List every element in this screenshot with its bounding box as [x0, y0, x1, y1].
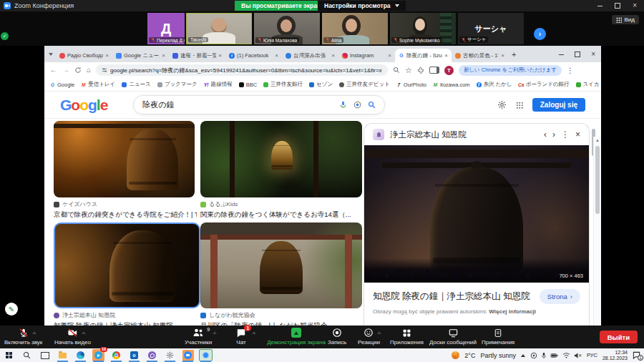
bookmark-item[interactable]: スイカ [576, 81, 600, 88]
clock[interactable]: 12:34 28.12.2023 [602, 350, 628, 361]
participant-tile[interactable]: Д Переклад Д.О. [147, 13, 185, 44]
forward-icon[interactable]: → [62, 67, 69, 74]
panel-menu-icon[interactable]: ⋮ [561, 130, 570, 139]
view-layout-button[interactable]: Вид [612, 15, 639, 24]
tray-app-icon[interactable] [530, 352, 537, 359]
chevron-up-icon[interactable] [252, 331, 256, 334]
bookmark-item[interactable]: ブックマーク [157, 81, 197, 88]
signin-button[interactable]: Zaloguj się [532, 98, 585, 112]
browser-tab[interactable]: Google ニュース× [112, 49, 169, 62]
telegram-button[interactable]: 10 [89, 348, 107, 362]
edge-button[interactable] [72, 348, 89, 362]
result-image[interactable] [200, 222, 362, 308]
extensions-icon[interactable] [417, 67, 424, 74]
tab-close-icon[interactable]: × [501, 52, 504, 59]
weather-desc[interactable]: Partly sunny [480, 352, 516, 359]
panel-close-icon[interactable]: × [575, 130, 580, 139]
voice-search-icon[interactable] [339, 101, 347, 109]
file-explorer-button[interactable] [54, 348, 72, 362]
side-panel-icon[interactable] [429, 67, 439, 74]
tab-close-icon[interactable]: × [105, 52, 109, 59]
bookmark-item[interactable]: BBC [239, 82, 257, 88]
bookmark-item[interactable]: f糸沢 たかし [477, 81, 512, 88]
bookmark-item[interactable]: ニュース [122, 81, 151, 88]
next-participants-button[interactable]: › [534, 28, 546, 40]
google-logo[interactable]: Google [60, 97, 107, 114]
maximize-button[interactable] [615, 3, 620, 9]
tab-close-icon[interactable]: × [444, 52, 448, 59]
leave-meeting-button[interactable]: Выйти [600, 331, 638, 343]
scrollbar-thumb[interactable] [595, 146, 600, 214]
settings-button[interactable] [161, 348, 179, 362]
browser-maximize-button[interactable] [575, 52, 580, 57]
address-bar[interactable]: google.pl/search?q=除夜の鐘&sca_esv=59419924… [96, 64, 388, 76]
browser-scrollbar[interactable]: ▲ [593, 137, 601, 326]
zoom-app-button[interactable] [179, 348, 197, 362]
next-image-icon[interactable]: › [552, 130, 555, 139]
result-image[interactable] [54, 121, 195, 197]
participant-tile[interactable]: Takashi [186, 13, 252, 44]
bookmark-star-icon[interactable]: ☆ [405, 67, 412, 74]
back-icon[interactable]: ← [50, 67, 57, 74]
chevron-up-icon[interactable] [82, 331, 86, 334]
chrome-button[interactable] [107, 348, 125, 362]
chat-button[interactable]: 1 Чат [236, 328, 246, 346]
mute-button[interactable]: Включить звук [4, 328, 42, 346]
bookmark-item[interactable]: 三井住友デビット [339, 81, 390, 88]
zoom-page-icon[interactable] [393, 67, 400, 74]
chevron-up-icon[interactable] [377, 331, 381, 334]
bookmark-item[interactable]: Y!路線情報 [204, 81, 233, 88]
bookmark-item[interactable]: 7OurPhoto [396, 82, 426, 88]
tab-search-icon[interactable] [49, 53, 53, 56]
meeting-security-shield-icon[interactable]: ✓ [1, 32, 9, 40]
settings-gear-icon[interactable] [497, 100, 507, 109]
preview-image[interactable]: 700 × 463 [364, 145, 589, 283]
active-share-app-button[interactable] [197, 348, 215, 362]
speaker-muted-icon[interactable] [574, 352, 582, 359]
language-indicator[interactable]: РУС [587, 352, 597, 358]
result-caption[interactable]: るるぶKids 関東の除夜の鐘をつく体験ができるお寺14選（... [200, 200, 362, 220]
minimize-button[interactable] [597, 5, 602, 6]
scroll-up-arrow[interactable]: ▲ [594, 138, 601, 142]
browser-tab[interactable]: 古都の景色 - 17...× [452, 49, 508, 62]
browser-minimize-button[interactable] [559, 54, 564, 55]
result-caption[interactable]: ケイズハウス 京都で除夜の鐘突きができる寺院をご紹介！| To... [54, 200, 197, 220]
bookmark-item[interactable]: セゾン [309, 81, 333, 88]
browser-menu-icon[interactable]: ⋮ [567, 67, 574, 74]
tab-close-icon[interactable]: × [331, 52, 335, 59]
browser-tab[interactable]: 台湾深み出張× [282, 49, 338, 62]
wifi-icon[interactable] [562, 352, 570, 358]
participants-button[interactable]: 9 Участники [185, 328, 212, 346]
annotation-pencil-icon[interactable]: ✎ [5, 303, 18, 315]
bookmark-item[interactable]: GGoogle [50, 82, 74, 88]
tab-close-icon[interactable]: × [162, 52, 165, 59]
visit-page-button[interactable]: Strona› [540, 289, 580, 304]
participant-tile[interactable]: Юлія Малахова [254, 13, 320, 44]
tab-close-icon[interactable]: × [275, 52, 278, 59]
action-center-button[interactable]: 1 [633, 351, 640, 359]
chevron-up-icon[interactable] [32, 331, 36, 334]
participant-tile[interactable]: Sophie Mykolaenko [390, 13, 456, 44]
apps-grid-icon[interactable] [516, 102, 523, 109]
browser-tab-active[interactable]: G除夜の鐘 - Szuk...× [395, 49, 452, 62]
profile-avatar[interactable]: T [444, 66, 454, 75]
browser-tab[interactable]: 速報・新着一覧× [169, 49, 225, 62]
bookmark-item[interactable]: 三井住友銀行 [263, 81, 303, 88]
chevron-up-icon[interactable] [213, 331, 217, 334]
site-settings-icon[interactable] [102, 67, 107, 73]
search-box[interactable]: 除夜の鐘 [133, 95, 385, 114]
taskbar-search-button[interactable] [18, 348, 36, 362]
browser-tab[interactable]: Instagram× [338, 49, 395, 62]
browser-close-button[interactable]: × [591, 50, 595, 58]
browser-tab[interactable]: Радіо Свобода× [56, 49, 112, 62]
search-icon[interactable] [368, 101, 376, 109]
more-info-link[interactable]: Więcej informacji [489, 308, 536, 315]
whiteboards-button[interactable]: Доски сообщений [429, 328, 477, 346]
prev-image-icon[interactable]: ‹ [544, 130, 547, 139]
record-button[interactable]: Запись [328, 328, 346, 346]
reload-icon[interactable] [74, 67, 82, 74]
task-view-button[interactable] [36, 348, 54, 362]
lens-icon[interactable] [353, 101, 361, 109]
bookmark-item[interactable]: Mitozawa.com [433, 82, 470, 88]
chrome-update-pill[interactable]: 新しい Chrome をご利用いただけます [459, 65, 562, 76]
